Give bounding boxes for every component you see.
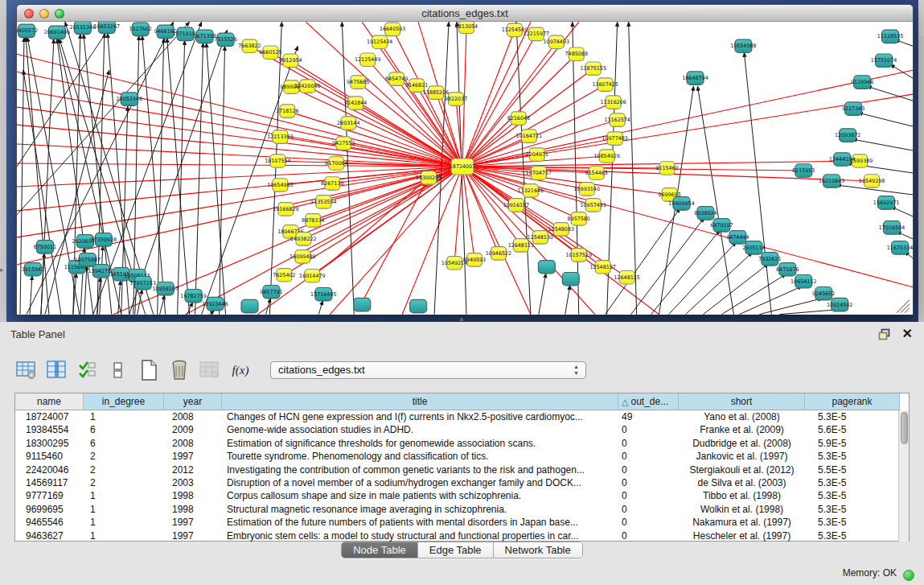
graph-node[interactable]: 10924502 xyxy=(827,298,852,311)
graph-node[interactable]: 10974493 xyxy=(544,35,569,48)
column-header-indegree[interactable]: in_degree xyxy=(84,393,164,410)
edge[interactable] xyxy=(867,86,913,101)
graph-node[interactable]: 1527602 xyxy=(129,23,152,35)
graph-node[interactable]: 11607425 xyxy=(592,78,618,91)
close-panel-icon[interactable]: ✕ xyxy=(902,327,913,341)
graph-node[interactable]: 20691406 xyxy=(44,26,70,39)
graph-node[interactable]: 8750011 xyxy=(34,241,56,253)
edge[interactable] xyxy=(779,310,838,315)
table-row[interactable]: 1938455462009Genome-wide association stu… xyxy=(15,423,909,436)
table-row[interactable]: 969969511998Structural magnetic resonanc… xyxy=(15,503,909,516)
edge[interactable] xyxy=(721,274,786,315)
edge[interactable] xyxy=(290,60,462,167)
graph-node[interactable]: 10946522 xyxy=(486,247,511,260)
graph-node[interactable]: 9245652 xyxy=(812,286,835,299)
graph-node[interactable]: 9474444 xyxy=(726,231,749,244)
column-header-short[interactable]: short xyxy=(679,393,805,410)
graph-node[interactable]: 2935114 xyxy=(742,241,765,254)
graph-node[interactable]: 9227343 xyxy=(842,102,864,115)
graph-node[interactable]: 11162574 xyxy=(604,113,630,126)
graph-node[interactable]: 7485088 xyxy=(565,47,588,60)
edge[interactable] xyxy=(158,38,164,314)
edge[interactable] xyxy=(565,286,570,315)
graph-node[interactable]: 9405572 xyxy=(17,24,38,37)
tab-network-table[interactable]: Network Table xyxy=(494,542,582,558)
graph-node[interactable]: 11675334 xyxy=(887,241,913,254)
graph-node[interactable] xyxy=(354,298,371,311)
table-row[interactable]: 1830029562008Estimation of significance … xyxy=(15,437,909,450)
graph-node[interactable]: 10977483 xyxy=(602,132,627,145)
graph-node[interactable] xyxy=(538,261,555,274)
graph-node[interactable]: 19166829 xyxy=(273,203,298,216)
table-row[interactable]: 946554611997Estimation of the future num… xyxy=(15,516,909,529)
graph-node[interactable]: 3915941 xyxy=(22,263,44,276)
table-mode-icon[interactable] xyxy=(14,357,39,383)
scrollbar-thumb[interactable] xyxy=(901,412,908,444)
graph-node[interactable]: 12213393 xyxy=(267,130,293,143)
vertical-scrollbar[interactable] xyxy=(898,410,909,542)
graph-node[interactable]: 20053346 xyxy=(117,93,142,105)
edge[interactable] xyxy=(30,276,32,315)
graph-node[interactable]: 16640593 xyxy=(380,23,405,35)
edge[interactable] xyxy=(20,37,24,314)
graph-node[interactable]: 9671358 xyxy=(193,30,216,43)
graph-node[interactable] xyxy=(410,299,427,312)
edge[interactable] xyxy=(454,167,462,263)
table-row[interactable]: 911546021997Tourette syndrome. Phenomeno… xyxy=(15,450,909,463)
table-selector-dropdown[interactable]: citations_edges.txt ▲▼ xyxy=(270,361,586,379)
edge[interactable] xyxy=(890,64,913,78)
graph-node[interactable]: 11353594 xyxy=(310,196,336,208)
column-header-title[interactable]: title xyxy=(222,393,618,410)
graph-node[interactable]: 15692971 xyxy=(873,196,899,209)
edge[interactable] xyxy=(462,34,536,167)
graph-node[interactable]: 10157529 xyxy=(566,249,592,262)
table-row[interactable]: 977716911998Corpus callosum shape and si… xyxy=(15,489,909,502)
graph-node[interactable]: 15751074 xyxy=(871,54,897,67)
graph-node[interactable]: 10958107 xyxy=(152,282,178,295)
graph-node[interactable]: 19654985 xyxy=(267,179,293,192)
resize-grip[interactable] xyxy=(897,300,910,313)
tab-node-table[interactable]: Node Table xyxy=(342,542,418,558)
select-rows-icon[interactable] xyxy=(76,357,100,383)
show-columns-icon[interactable] xyxy=(45,357,69,383)
graph-node[interactable]: 12648113 xyxy=(508,239,534,252)
float-panel-icon[interactable] xyxy=(878,328,891,340)
graph-node[interactable]: 17016504 xyxy=(879,221,905,234)
graph-node[interactable]: 10704757 xyxy=(526,167,552,179)
edge[interactable] xyxy=(363,182,426,299)
table-row[interactable]: 1872400712008Changes of HCN gene express… xyxy=(15,410,909,423)
column-header-pagerank[interactable]: pagerank xyxy=(805,393,900,410)
graph-node[interactable]: 11316206 xyxy=(600,96,626,109)
graph-node[interactable]: 8957580 xyxy=(568,212,590,225)
new-table-icon[interactable] xyxy=(137,357,161,383)
edge[interactable] xyxy=(858,113,913,126)
graph-node[interactable]: 10653267 xyxy=(94,22,120,34)
network-canvas[interactable]: 9405572206914062053134610653267152760294… xyxy=(17,22,913,315)
graph-node[interactable]: 8878334 xyxy=(302,214,324,227)
graph-node[interactable] xyxy=(562,273,579,286)
graph-node[interactable]: 11875155 xyxy=(580,62,606,75)
graph-node[interactable]: 8938924 xyxy=(694,207,717,220)
edge[interactable] xyxy=(539,274,546,315)
graph-node[interactable]: 12125449 xyxy=(355,53,380,66)
graph-node[interactable]: 10854929 xyxy=(593,150,619,163)
edge[interactable] xyxy=(17,22,113,167)
graph-node[interactable]: 8813054 xyxy=(455,22,478,34)
delete-entries-icon[interactable] xyxy=(167,357,191,383)
graph-node[interactable]: 11321646 xyxy=(518,184,544,197)
edge[interactable] xyxy=(220,46,225,314)
edge[interactable] xyxy=(348,123,462,167)
table-row[interactable]: 2242004622012Investigating the contribut… xyxy=(15,463,909,476)
table-row[interactable]: 1456911722003Disruption of a novel membe… xyxy=(15,476,909,489)
edge[interactable] xyxy=(686,253,753,315)
graph-node[interactable]: 9170084 xyxy=(325,157,347,170)
table-row[interactable]: 946362711997Embryonic stem cells: a mode… xyxy=(15,529,909,542)
edge[interactable] xyxy=(23,70,61,314)
graph-node[interactable]: 7515526 xyxy=(214,33,236,46)
graph-node[interactable]: 10654112 xyxy=(791,275,816,288)
column-header-name[interactable]: name xyxy=(15,393,84,410)
graph-node[interactable]: 2718126 xyxy=(276,105,298,117)
graph-node[interactable]: 2204971 xyxy=(526,148,548,161)
hub-node[interactable]: 18724007 xyxy=(450,159,475,175)
graph-node[interactable]: 16648794 xyxy=(682,72,708,84)
